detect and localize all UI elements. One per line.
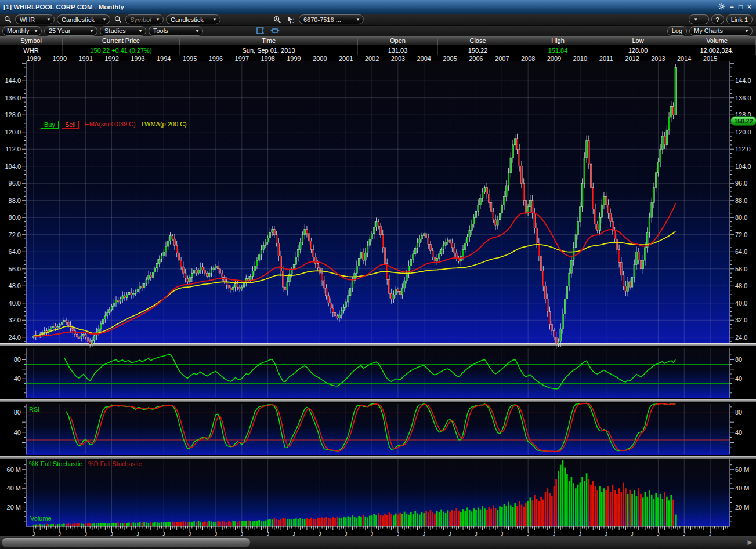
svg-text:2006: 2006 xyxy=(469,55,483,62)
application-window: [1] WHIRLPOOL CORP COM - Monthly − □ × W… xyxy=(0,0,756,549)
svg-text:1996: 1996 xyxy=(209,55,223,62)
svg-text:40.0: 40.0 xyxy=(735,300,747,307)
studies-menu[interactable]: Studies▼ xyxy=(100,26,146,36)
ema-study-label[interactable]: EMA(sm:0.039 C) xyxy=(85,121,135,129)
my-charts-select[interactable]: My Charts▼ xyxy=(689,26,753,36)
tools-menu[interactable]: Tools▼ xyxy=(149,26,203,36)
chevron-down-icon: ▼ xyxy=(195,28,200,34)
current-price-value: 150.22 +0.41 (0.27%) xyxy=(63,45,180,55)
stoch-d-study-label[interactable]: %D Full Stochastic xyxy=(88,460,142,467)
help-button[interactable]: ? xyxy=(711,14,724,24)
col-volume: Volume xyxy=(678,36,756,45)
symbol-select[interactable]: WHR▼ xyxy=(15,14,55,24)
svg-text:20 M: 20 M xyxy=(7,504,21,511)
svg-text:J: J xyxy=(709,531,712,536)
arrange-windows-icon[interactable] xyxy=(269,27,281,35)
settings-gear-icon[interactable] xyxy=(718,3,725,11)
scrollbar-thumb[interactable] xyxy=(1,537,251,547)
col-low: Low xyxy=(598,36,678,45)
svg-text:72.0: 72.0 xyxy=(9,231,21,238)
scroll-right-icon[interactable]: ▶ xyxy=(748,539,753,546)
col-open: Open xyxy=(358,36,438,45)
svg-text:2000: 2000 xyxy=(313,55,327,62)
svg-text:88.0: 88.0 xyxy=(735,197,747,204)
toolbar-primary: WHR▼ Candlestick▼ Symbol 2▼ Candlestick▼… xyxy=(0,14,756,26)
symbol-value: WHR xyxy=(0,45,63,55)
sell-button[interactable]: Sell xyxy=(62,121,79,129)
svg-text:J: J xyxy=(448,531,451,536)
svg-text:J: J xyxy=(423,531,426,536)
col-current-price: Current Price xyxy=(63,36,180,45)
horizontal-scrollbar[interactable]: ▶ xyxy=(0,536,756,549)
svg-text:J: J xyxy=(266,531,269,536)
chevron-down-icon: ▼ xyxy=(744,28,749,34)
high-value: 151.84 xyxy=(518,45,598,55)
maximize-icon[interactable]: □ xyxy=(739,3,743,10)
open-value: 131.03 xyxy=(358,45,438,55)
close-value: 150.22 xyxy=(438,45,518,55)
svg-text:48.0: 48.0 xyxy=(9,282,21,289)
svg-text:56.0: 56.0 xyxy=(9,266,21,272)
chart-area[interactable]: 1989199019911992199319941995199619971998… xyxy=(0,55,756,536)
svg-text:2013: 2013 xyxy=(651,55,665,62)
period-select[interactable]: Monthly▼ xyxy=(2,26,42,36)
svg-text:J: J xyxy=(553,531,556,536)
svg-text:J: J xyxy=(215,531,218,536)
svg-text:80.0: 80.0 xyxy=(9,214,21,221)
svg-text:60 M: 60 M xyxy=(7,466,21,473)
buy-button[interactable]: Buy xyxy=(41,121,59,129)
chevron-down-icon: ▼ xyxy=(34,28,38,34)
search-icon[interactable] xyxy=(3,16,13,23)
svg-text:2009: 2009 xyxy=(547,55,561,62)
svg-text:128.0: 128.0 xyxy=(5,111,21,118)
quote-header-row: Symbol Current Price Time Open Close Hig… xyxy=(0,36,756,45)
col-high: High xyxy=(518,36,598,45)
chevron-down-icon: ▼ xyxy=(46,17,51,22)
resize-panels-icon[interactable] xyxy=(255,27,266,35)
svg-text:J: J xyxy=(59,531,62,536)
svg-text:1989: 1989 xyxy=(27,55,41,62)
link-button[interactable]: Link 1 xyxy=(726,14,753,24)
stoch-k-study-label[interactable]: %K Full Stochastic xyxy=(29,460,82,467)
timespan-select[interactable]: 25 Year▼ xyxy=(44,26,97,36)
chevron-down-icon: ▼ xyxy=(102,17,107,22)
volume-study-label[interactable]: Volume xyxy=(30,515,52,522)
svg-text:1994: 1994 xyxy=(157,55,171,62)
chart-menu-button[interactable]: ▼≡ xyxy=(689,14,708,24)
minimize-icon[interactable]: − xyxy=(730,3,734,10)
svg-text:88.0: 88.0 xyxy=(9,197,21,204)
svg-text:144.0: 144.0 xyxy=(735,77,751,84)
volume-value: 12,002,324. xyxy=(678,45,756,55)
svg-text:40 M: 40 M xyxy=(7,485,21,492)
svg-text:2012: 2012 xyxy=(625,55,639,62)
col-time: Time xyxy=(180,36,358,45)
rsi-study-label[interactable]: RSI xyxy=(29,406,39,413)
svg-text:J: J xyxy=(527,531,530,536)
search-icon-2[interactable] xyxy=(113,16,123,23)
svg-text:20 M: 20 M xyxy=(735,504,749,511)
svg-text:80: 80 xyxy=(735,356,742,363)
svg-text:-: - xyxy=(292,20,294,24)
svg-text:1990: 1990 xyxy=(53,55,67,62)
col-symbol: Symbol xyxy=(0,36,63,45)
svg-text:40: 40 xyxy=(14,429,21,436)
svg-text:32.0: 32.0 xyxy=(9,317,21,323)
svg-text:40: 40 xyxy=(735,375,742,382)
close-icon[interactable]: × xyxy=(747,3,751,10)
svg-text:2010: 2010 xyxy=(573,55,587,62)
log-scale-button[interactable]: Log xyxy=(667,26,687,36)
chart-style2-select[interactable]: Candlestick▼ xyxy=(166,14,220,24)
pointer-tool-icon[interactable]: +- xyxy=(285,16,296,24)
chart-style-select[interactable]: Candlestick▼ xyxy=(57,14,110,24)
symbol2-select[interactable]: Symbol 2▼ xyxy=(125,14,164,24)
svg-text:120.0: 120.0 xyxy=(5,129,21,136)
svg-text:48.0: 48.0 xyxy=(735,282,747,289)
bar-range-select[interactable]: 6670-7516 ...▼ xyxy=(299,14,364,24)
chevron-down-icon: ▼ xyxy=(89,28,94,34)
svg-text:40.0: 40.0 xyxy=(9,300,21,307)
lwma-study-label[interactable]: LWMA(p:200 C) xyxy=(142,121,187,129)
svg-text:80: 80 xyxy=(735,409,742,416)
svg-text:1999: 1999 xyxy=(287,55,301,62)
svg-text:J: J xyxy=(397,531,400,536)
zoom-in-icon[interactable] xyxy=(272,16,283,24)
